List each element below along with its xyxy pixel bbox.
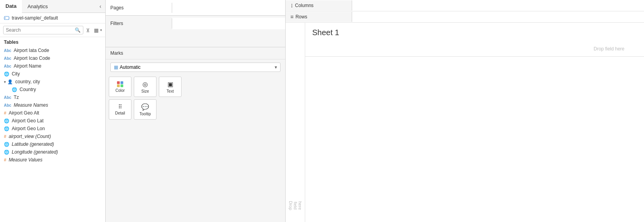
text-label: Text [167, 89, 174, 93]
tooltip-label: Tooltip [140, 112, 151, 116]
field-name: Latitude (generated) [12, 141, 54, 147]
detail-label: Detail [115, 111, 125, 115]
filters-body[interactable] [106, 31, 285, 47]
svg-point-1 [5, 18, 6, 18]
sheet-main: Sheet 1 Drop field here [305, 23, 644, 222]
field-name: City [12, 71, 20, 77]
columns-label: ⫶ Columns [286, 0, 352, 11]
field-name: Longitude (generated) [12, 149, 58, 155]
globe-icon: 🌐 [4, 142, 9, 147]
field-airport-geo-lon[interactable]: 🌐 Airport Geo Lon [0, 125, 105, 132]
marks-type-label: Automatic [120, 64, 140, 70]
drop-field-horizontal[interactable]: Drop field here [594, 46, 624, 52]
filter-icon[interactable]: ⊻ [85, 27, 91, 34]
field-name: airport_view (Count) [9, 134, 51, 139]
size-icon: ◎ [142, 81, 148, 88]
field-name: Airport Geo Lon [12, 126, 45, 131]
datasource-row: travel-sample/_default [0, 13, 105, 23]
drop-field-vertical[interactable]: Dropfieldhere [288, 201, 302, 210]
field-airport-geo-lat[interactable]: 🌐 Airport Geo Lat [0, 117, 105, 125]
marks-buttons-top: Color ◎ Size ▣ Text [106, 75, 285, 98]
field-airport-icao-code[interactable]: Abc Airport Icao Code [0, 54, 105, 62]
columns-text: Columns [295, 3, 313, 8]
hash-icon: # [4, 134, 6, 139]
field-name: Airport Icao Code [14, 56, 50, 61]
field-measure-names[interactable]: Abc Measure Names [0, 101, 105, 109]
detail-icon: ⠿ [118, 104, 122, 110]
abc-icon: Abc [4, 64, 11, 68]
rows-icon: ≡ [290, 14, 293, 20]
abc-icon: Abc [4, 56, 11, 61]
field-airport-name[interactable]: Abc Airport Name [0, 62, 105, 70]
pages-drop-area[interactable] [172, 2, 285, 14]
pages-label: Pages [106, 3, 172, 13]
tables-label: Tables [0, 37, 105, 47]
field-airport-geo-alt[interactable]: # Airport Geo Alt [0, 109, 105, 117]
sheet-title: Sheet 1 [305, 23, 644, 41]
field-name: Airport Name [14, 63, 41, 69]
rows-text: Rows [295, 14, 307, 20]
grid-view-icon: ▦ [93, 27, 100, 34]
abc-icon: Abc [4, 95, 11, 100]
field-latitude-generated[interactable]: 🌐 Latitude (generated) [0, 140, 105, 148]
tooltip-button[interactable]: 💬 Tooltip [134, 99, 157, 120]
collapse-arrow: ▾ [4, 80, 6, 84]
abc-icon: Abc [4, 103, 11, 107]
field-name: Airport Geo Alt [9, 110, 39, 116]
field-list: Abc Airport Iata Code Abc Airport Icao C… [0, 47, 105, 222]
datasource-icon [4, 15, 9, 21]
field-measure-values[interactable]: # Measure Values [0, 156, 105, 164]
field-city[interactable]: 🌐 City [0, 70, 105, 78]
marks-section: Marks ▦ Automatic ▾ Color ◎ Size ▣ [106, 47, 285, 123]
view-toggle[interactable]: ▦ ▾ [93, 27, 102, 34]
field-tz[interactable]: Abc Tz [0, 93, 105, 101]
text-button[interactable]: ▣ Text [159, 77, 182, 97]
tab-analytics[interactable]: Analytics [22, 0, 53, 13]
field-name: Tz [14, 95, 19, 100]
field-name: Measure Values [9, 157, 42, 163]
size-label: Size [141, 89, 149, 93]
columns-shelf: ⫶ Columns [286, 0, 644, 11]
text-icon: ▣ [167, 81, 173, 88]
field-airport-iata-code[interactable]: Abc Airport Iata Code [0, 47, 105, 54]
field-country[interactable]: 🌐 Country [0, 86, 105, 93]
sheet-area: Dropfieldhere Sheet 1 Drop field here [286, 23, 644, 222]
tab-data[interactable]: Data [0, 0, 22, 13]
search-input[interactable] [6, 27, 75, 33]
pages-shelf: Pages [106, 0, 285, 16]
tooltip-icon: 💬 [141, 103, 149, 111]
detail-button[interactable]: ⠿ Detail [109, 99, 131, 120]
field-name: Airport Geo Lat [12, 118, 43, 124]
filters-drop-area[interactable] [172, 18, 285, 29]
filters-label: Filters [106, 18, 172, 29]
hash-icon: # [4, 111, 6, 115]
size-button[interactable]: ◎ Size [134, 77, 157, 97]
globe-icon: 🌐 [4, 72, 9, 77]
filters-section: Filters [106, 16, 285, 47]
collapse-button[interactable]: ‹ [95, 0, 105, 13]
field-name: Measure Names [14, 102, 48, 108]
color-button[interactable]: Color [109, 77, 131, 97]
color-icon [117, 81, 123, 87]
person-icon: 👤 [7, 79, 13, 84]
columns-drop-area[interactable] [352, 0, 644, 11]
field-airport-view-count[interactable]: # airport_view (Count) [0, 132, 105, 140]
field-longitude-generated[interactable]: 🌐 Longitude (generated) [0, 148, 105, 156]
rows-shelf: ≡ Rows [286, 11, 644, 23]
marks-type-dropdown[interactable]: ▦ Automatic ▾ [110, 63, 281, 72]
svg-rect-0 [4, 16, 9, 20]
field-name: Country [20, 87, 36, 92]
top-axis: Drop field here [305, 41, 644, 57]
field-name: country, city [15, 79, 40, 84]
field-country-city-group[interactable]: ▾ 👤 country, city [0, 78, 105, 86]
columns-icon: ⫶ [290, 2, 293, 9]
search-row: 🔍 ⊻ ▦ ▾ [0, 23, 105, 37]
field-name: Airport Iata Code [14, 48, 49, 53]
search-input-wrapper: 🔍 [3, 26, 83, 34]
middle-panel: Pages Filters Marks ▦ Automatic ▾ [106, 0, 286, 222]
datasource-name: travel-sample/_default [12, 15, 58, 21]
rows-drop-area[interactable] [352, 11, 644, 22]
marks-header: Marks [106, 47, 285, 59]
search-icon[interactable]: 🔍 [75, 27, 81, 33]
main-canvas: ⫶ Columns ≡ Rows Dropfieldhere Sheet 1 D… [286, 0, 644, 222]
